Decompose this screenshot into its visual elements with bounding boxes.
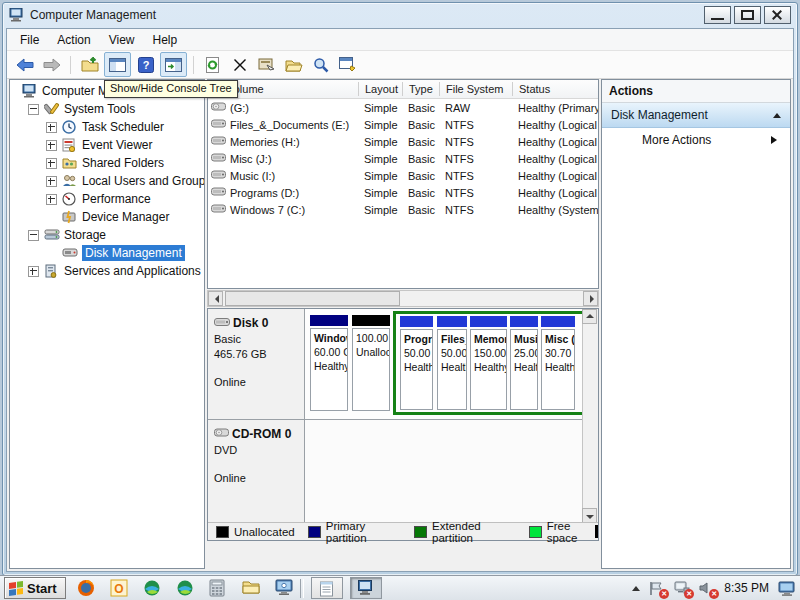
tray-expand-chevron-icon[interactable] bbox=[632, 582, 640, 591]
svg-text:O: O bbox=[114, 582, 123, 596]
volume-row[interactable]: Programs (D:) Simple Basic NTFS Healthy … bbox=[208, 184, 598, 201]
horizontal-scrollbar[interactable] bbox=[207, 290, 599, 307]
scroll-up-button[interactable] bbox=[582, 309, 597, 324]
more-actions-item[interactable]: More Actions bbox=[602, 128, 790, 151]
partition-programs[interactable]: Programs (D:) 50.00 GB NTFS Healthy (Log… bbox=[400, 316, 433, 410]
open-button[interactable] bbox=[281, 53, 306, 76]
column-header-status[interactable]: Status bbox=[512, 82, 598, 96]
cdrom-name: CD-ROM 0 bbox=[232, 427, 291, 441]
display-settings-icon[interactable] bbox=[275, 579, 293, 597]
cdrom-media-area[interactable] bbox=[306, 420, 583, 523]
app-orb-icon[interactable] bbox=[143, 579, 161, 597]
forward-button[interactable] bbox=[39, 53, 64, 76]
logical-drive-bar bbox=[470, 316, 507, 327]
volume-row[interactable]: (G:) Simple Basic RAW Healthy (Primary P… bbox=[208, 99, 598, 116]
expand-toggle[interactable] bbox=[46, 122, 57, 133]
tree-item-task-scheduler[interactable]: Task Scheduler bbox=[10, 118, 204, 136]
device-manager-icon bbox=[62, 210, 78, 224]
scroll-right-button[interactable] bbox=[583, 291, 598, 306]
volume-row[interactable]: Windows 7 (C:) Simple Basic NTFS Healthy… bbox=[208, 201, 598, 218]
partition-music[interactable]: Music (I:) 25.00 GB NTFS Healthy (Logica… bbox=[510, 316, 538, 410]
close-button[interactable] bbox=[764, 6, 791, 24]
show-hide-action-pane-button[interactable] bbox=[160, 52, 187, 77]
taskbar-window-computer-management[interactable] bbox=[350, 577, 382, 599]
menu-view[interactable]: View bbox=[100, 31, 144, 49]
actions-section-disk-management[interactable]: Disk Management bbox=[602, 103, 790, 128]
expand-toggle[interactable] bbox=[46, 194, 57, 205]
tree-item-services-and-applications[interactable]: Services and Applications bbox=[10, 262, 204, 280]
column-header-file-system[interactable]: File System bbox=[439, 82, 512, 96]
folder-icon[interactable] bbox=[242, 579, 260, 597]
find-button[interactable] bbox=[308, 53, 333, 76]
menu-file[interactable]: File bbox=[11, 31, 48, 49]
scroll-left-button[interactable] bbox=[208, 291, 223, 306]
collapse-toggle[interactable] bbox=[28, 104, 39, 115]
column-header-type[interactable]: Type bbox=[402, 82, 439, 96]
up-one-level-button[interactable] bbox=[77, 53, 102, 76]
tree-item-disk-management[interactable]: Disk Management bbox=[10, 244, 204, 262]
app-orb-icon-2[interactable] bbox=[176, 579, 194, 597]
tree-item-local-users-and-groups[interactable]: Local Users and Groups bbox=[10, 172, 204, 190]
hard-drive-icon bbox=[211, 169, 226, 182]
action-center-flag-error-icon[interactable] bbox=[649, 581, 665, 596]
tree-item-storage[interactable]: Storage bbox=[10, 226, 204, 244]
expand-toggle[interactable] bbox=[46, 140, 57, 151]
show-hide-console-tree-button[interactable] bbox=[104, 52, 131, 77]
partition-name: Windows 7 (C:) bbox=[314, 331, 345, 345]
minimize-button[interactable] bbox=[704, 6, 731, 24]
volume-muted-icon[interactable] bbox=[699, 581, 715, 596]
tree-item-shared-folders[interactable]: Shared Folders bbox=[10, 154, 204, 172]
partition-files-documents[interactable]: Files_&_Documents (E:) 50.00 GB NTFS Hea… bbox=[437, 316, 467, 410]
properties-button[interactable] bbox=[254, 53, 279, 76]
volume-name: Windows 7 (C:) bbox=[230, 204, 305, 216]
volume-row[interactable]: Memories (H:) Simple Basic NTFS Healthy … bbox=[208, 133, 598, 150]
taskbar-clock[interactable]: 8:35 PM bbox=[724, 581, 769, 595]
calculator-icon[interactable] bbox=[209, 579, 227, 597]
delete-button[interactable] bbox=[227, 53, 252, 76]
taskbar-window-notepad[interactable] bbox=[311, 577, 343, 599]
volume-fs: NTFS bbox=[439, 136, 512, 148]
partition-misc[interactable]: Misc (J:) 30.70 GB NTFS Healthy (Logical… bbox=[541, 316, 575, 410]
partition-windows7[interactable]: Windows 7 (C:) 60.00 GB NTFS Healthy (Sy… bbox=[310, 315, 348, 411]
collapse-toggle[interactable] bbox=[28, 230, 39, 241]
network-error-icon[interactable] bbox=[674, 581, 690, 596]
volume-name: Misc (J:) bbox=[230, 153, 272, 165]
new-window-button[interactable] bbox=[335, 53, 360, 76]
menu-action[interactable]: Action bbox=[48, 31, 99, 49]
tree-item-device-manager[interactable]: Device Manager bbox=[10, 208, 204, 226]
vertical-scrollbar[interactable] bbox=[582, 309, 598, 523]
tree-item-system-tools[interactable]: System Tools bbox=[10, 100, 204, 118]
volume-row[interactable]: Music (I:) Simple Basic NTFS Healthy (Lo… bbox=[208, 167, 598, 184]
help-button[interactable]: ? bbox=[133, 53, 158, 76]
column-header-layout[interactable]: Layout bbox=[358, 82, 402, 96]
show-desktop-icon[interactable] bbox=[778, 581, 794, 596]
partition-size: 100.00 GB bbox=[356, 331, 387, 345]
start-button[interactable]: Start bbox=[4, 577, 66, 599]
volume-row[interactable]: Misc (J:) Simple Basic NTFS Healthy (Log… bbox=[208, 150, 598, 167]
cdrom-info[interactable]: CD-ROM 0 DVD Online bbox=[208, 420, 305, 523]
taskbar: Start O 8:35 PM bbox=[0, 575, 800, 600]
maximize-button[interactable] bbox=[734, 6, 761, 24]
expand-toggle[interactable] bbox=[46, 158, 57, 169]
tree-label: Local Users and Groups bbox=[82, 174, 205, 188]
scrollbar-thumb[interactable] bbox=[225, 291, 400, 306]
expand-toggle[interactable] bbox=[46, 176, 57, 187]
menu-help[interactable]: Help bbox=[144, 31, 187, 49]
partition-memories[interactable]: Memories (H:) 150.00 GB NTFS Healthy (Lo… bbox=[470, 316, 507, 410]
volume-name: Files_&_Documents (E:) bbox=[230, 119, 349, 131]
partition-unallocated[interactable]: 100.00 GB Unallocated bbox=[352, 315, 390, 411]
tree-label: Performance bbox=[82, 192, 151, 206]
firefox-icon[interactable] bbox=[77, 579, 95, 597]
expand-toggle[interactable] bbox=[28, 266, 39, 277]
disk0-info[interactable]: Disk 0 Basic 465.76 GB Online bbox=[208, 309, 305, 419]
titlebar[interactable]: Computer Management bbox=[3, 3, 797, 26]
volume-row[interactable]: Files_&_Documents (E:) Simple Basic NTFS… bbox=[208, 116, 598, 133]
back-button[interactable] bbox=[12, 53, 37, 76]
tree-item-event-viewer[interactable]: Event Viewer bbox=[10, 136, 204, 154]
outlook-icon[interactable]: O bbox=[110, 579, 128, 597]
taskbar-separator bbox=[300, 579, 304, 598]
hard-drive-icon bbox=[211, 118, 226, 131]
collapse-section-icon[interactable] bbox=[773, 109, 781, 118]
tree-item-performance[interactable]: Performance bbox=[10, 190, 204, 208]
refresh-button[interactable] bbox=[200, 53, 225, 76]
